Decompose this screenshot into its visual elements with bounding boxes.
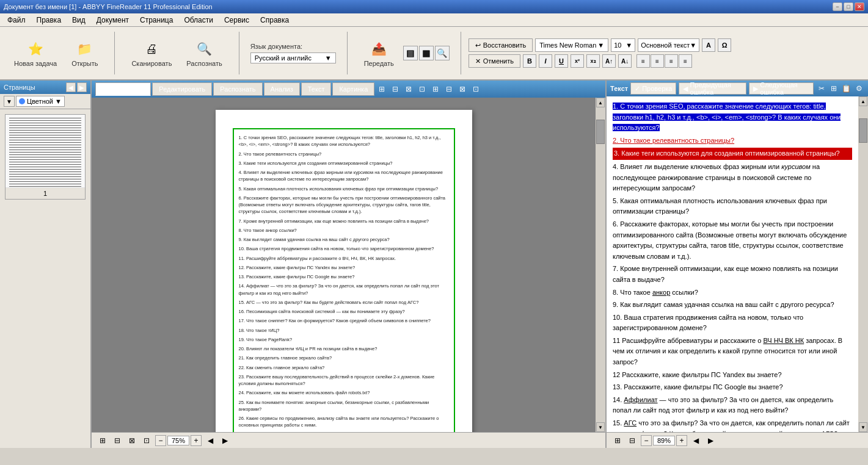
- view-mode-btn-3[interactable]: 🔍: [435, 46, 450, 60]
- text-style-arrow: ▼: [690, 41, 696, 49]
- menu-service[interactable]: Сервис: [219, 15, 254, 26]
- next-error-button[interactable]: ▶ Следующая ошибка: [749, 82, 814, 95]
- text-line-1: 1. С точки зрения SEO, расскажите значен…: [613, 101, 852, 134]
- cancel-button[interactable]: ✕ Отменить: [469, 54, 520, 68]
- image-toolbar-icon-7[interactable]: ⊠: [456, 83, 469, 95]
- letter-icon[interactable]: A: [702, 38, 715, 52]
- image-toolbar-icon-5[interactable]: ⊞: [429, 83, 442, 95]
- view-mode-btn-1[interactable]: ▤: [403, 46, 418, 60]
- image-toolbar-icon-4[interactable]: ⊡: [416, 83, 428, 95]
- zoom-out-button[interactable]: −: [155, 435, 166, 446]
- italic-button[interactable]: I: [539, 54, 552, 68]
- view-mode-btn-2[interactable]: ▦: [419, 46, 434, 60]
- menu-document[interactable]: Документ: [92, 15, 134, 26]
- text-bottom-icon-1[interactable]: ⊞: [611, 434, 624, 447]
- scrollbar-thumb[interactable]: [596, 120, 605, 144]
- color-mode-dropdown[interactable]: Цветной ▼: [16, 96, 65, 107]
- text-scissors-icon[interactable]: ✂: [816, 82, 826, 95]
- text-zoom-out-button[interactable]: −: [641, 435, 652, 446]
- fontsize-down-button[interactable]: A↓: [618, 54, 632, 68]
- restore-button[interactable]: ↩ Восстановить: [469, 38, 533, 52]
- text-scrollbar-vertical[interactable]: ▲ ▼: [858, 96, 868, 432]
- send-button[interactable]: 📤 Передать: [359, 36, 399, 70]
- tab-image[interactable]: Изображение: [95, 82, 151, 96]
- align-justify-button[interactable]: ≡: [679, 54, 692, 68]
- text-settings-icon[interactable]: ⚙: [854, 82, 864, 95]
- recognize-button[interactable]: 🔍 Распознать: [181, 36, 227, 70]
- menu-edit[interactable]: Правка: [32, 15, 67, 26]
- align-left-button[interactable]: ≡: [636, 54, 650, 68]
- text-bottom-icon-4[interactable]: ▶: [704, 434, 717, 447]
- image-zoom-value[interactable]: 75%: [167, 436, 189, 445]
- text-bottom-icon-3[interactable]: ◀: [690, 434, 702, 447]
- subscript-button[interactable]: x₂: [586, 54, 600, 68]
- tab-recognize[interactable]: Распознать: [213, 82, 262, 96]
- tab-picture[interactable]: Картинка: [332, 82, 374, 96]
- font-name-dropdown[interactable]: Times New Roman ▼: [535, 38, 608, 52]
- image-bottom-icon-1[interactable]: ⊞: [97, 434, 109, 447]
- omega-icon[interactable]: Ω: [718, 38, 731, 52]
- prev-error-button[interactable]: ◀ Предыдущая ошибка: [679, 82, 746, 95]
- language-dropdown[interactable]: Русский и английс ▼: [250, 52, 336, 63]
- scrollbar-down-button[interactable]: ▼: [596, 422, 605, 432]
- text-style-value: Основной текст: [641, 41, 690, 49]
- scrollbar-up-button[interactable]: ▲: [596, 98, 605, 107]
- fontsize-up-button[interactable]: A↑: [602, 54, 616, 68]
- align-right-button[interactable]: ≡: [665, 54, 678, 68]
- menu-page[interactable]: Страница: [135, 15, 178, 26]
- text-copy-icon[interactable]: ⊞: [829, 82, 839, 95]
- open-button[interactable]: 📁 Открыть: [66, 36, 103, 70]
- text-scrollbar-up[interactable]: ▲: [859, 96, 867, 106]
- recognize-label: Распознать: [186, 60, 222, 67]
- image-scrollbar-vertical[interactable]: ▲ ▼: [596, 98, 605, 432]
- new-task-button[interactable]: ⭐ Новая задача: [9, 36, 62, 70]
- text-paste-icon[interactable]: 📋: [841, 82, 852, 95]
- superscript-button[interactable]: x²: [571, 54, 584, 68]
- close-button[interactable]: ✕: [855, 2, 864, 11]
- tab-text[interactable]: Текст: [301, 82, 332, 96]
- align-center-button[interactable]: ≡: [651, 54, 664, 68]
- image-bottom-icon-6[interactable]: ▶: [219, 434, 231, 447]
- text-line-10: 10. Ваша стратегия продвижения сайта на …: [613, 312, 852, 334]
- zoom-in-button[interactable]: +: [191, 435, 202, 446]
- scan-button[interactable]: 🖨 Сканировать: [126, 36, 177, 70]
- image-toolbar-icon-2[interactable]: ⊟: [389, 83, 401, 95]
- page-thumbnail-1[interactable]: 1: [5, 114, 86, 200]
- pages-dropdown-button[interactable]: ▼: [4, 96, 15, 107]
- page-next-button[interactable]: ▶: [77, 82, 87, 92]
- image-toolbar-icon-8[interactable]: ⊡: [470, 83, 482, 95]
- text-style-dropdown[interactable]: Основной текст ▼: [638, 38, 699, 52]
- page-prev-button[interactable]: ◀: [66, 82, 76, 92]
- image-bottom-icon-2[interactable]: ⊟: [111, 434, 123, 447]
- image-bottom-icon-5[interactable]: ◀: [204, 434, 216, 447]
- new-task-icon: ⭐: [26, 39, 45, 59]
- image-toolbar-icon-3[interactable]: ⊠: [403, 83, 415, 95]
- text-scrollbar-down[interactable]: ▼: [859, 422, 867, 432]
- menu-help[interactable]: Справка: [255, 15, 294, 26]
- underline-button[interactable]: U: [555, 54, 568, 68]
- scan-label: Сканировать: [131, 60, 172, 67]
- send-icon: 📤: [369, 39, 388, 59]
- tab-edit[interactable]: Редактировать: [152, 82, 212, 96]
- menu-file[interactable]: Файл: [2, 15, 31, 26]
- bold-button[interactable]: B: [523, 54, 536, 68]
- image-bottom-icon-4[interactable]: ⊡: [140, 434, 153, 447]
- text-scrollbar-thumb[interactable]: [859, 118, 867, 143]
- text-bottom-icon-2[interactable]: ⊟: [626, 434, 638, 447]
- prev-error-icon: ◀: [683, 85, 688, 93]
- font-size-dropdown[interactable]: 10 ▼: [611, 38, 635, 52]
- minimize-button[interactable]: −: [833, 2, 842, 11]
- text-line-9: 9. Как выглядит самая удачная ссылка на …: [613, 300, 852, 311]
- maximize-button[interactable]: □: [844, 2, 853, 11]
- menu-view[interactable]: Вид: [67, 15, 90, 26]
- page-number-1: 1: [5, 188, 85, 199]
- text-zoom-in-button[interactable]: +: [676, 435, 687, 446]
- menu-regions[interactable]: Области: [179, 15, 218, 26]
- image-toolbar-icon-6[interactable]: ⊟: [443, 83, 455, 95]
- image-bottom-icon-3[interactable]: ⊠: [126, 434, 138, 447]
- app-title: Документ без имени [1] - ABBYY FineReade…: [4, 3, 213, 10]
- image-toolbar-icon-1[interactable]: ⊞: [376, 83, 388, 95]
- tab-analysis[interactable]: Анализ: [264, 82, 300, 96]
- check-button[interactable]: ✓ Проверка: [630, 82, 676, 95]
- text-zoom-value[interactable]: 89%: [653, 436, 675, 445]
